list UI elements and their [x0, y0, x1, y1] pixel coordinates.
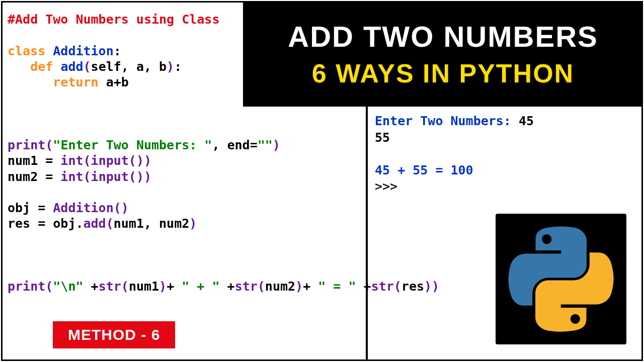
- python-logo-icon: [508, 226, 614, 332]
- frame: ADD TWO NUMBERS 6 WAYS IN PYTHON #Add Tw…: [1, 1, 643, 361]
- code-content: #Add Two Numbers using Class class Addit…: [8, 12, 360, 295]
- output-content: Enter Two Numbers: 45 55 45 + 55 = 100 >…: [375, 113, 636, 195]
- code-comment: #Add Two Numbers using Class: [8, 12, 219, 27]
- python-logo-box: [496, 214, 626, 344]
- method-badge: METHOD - 6: [53, 321, 175, 348]
- output-pane: Enter Two Numbers: 45 55 45 + 55 = 100 >…: [375, 113, 636, 195]
- code-pane: #Add Two Numbers using Class class Addit…: [8, 12, 360, 295]
